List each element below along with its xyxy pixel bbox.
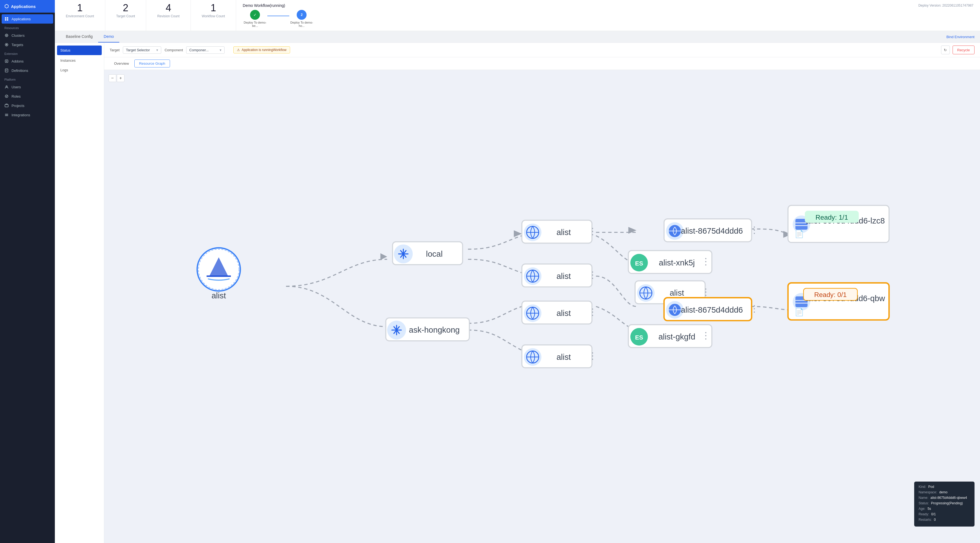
target-selector-value: Target Selector [126,48,150,52]
logo-label: Applications [11,4,36,9]
svg-text:alist: alist [556,352,571,361]
node-8675-bottom-menu[interactable]: ⋮ [750,303,759,314]
revision-count-value: 4 [165,2,171,14]
svg-text:alist: alist [556,272,571,280]
warning-icon: ⚠ [237,48,240,52]
zoom-in-button[interactable]: + [117,74,124,82]
environment-count-label: Environment Count [66,14,94,18]
clusters-label: Clusters [11,33,25,38]
environment-count-value: 1 [77,2,83,14]
sidebar-item-roles[interactable]: Roles [0,92,55,101]
sidebar-item-applications[interactable]: Applications [2,14,53,24]
target-filter-label: Target [110,48,119,52]
sidebar-logo[interactable]: ⬡ Applications [0,0,55,13]
left-panel-instances[interactable]: Instances [55,56,104,65]
tooltip-kind-label: Kind: [919,485,926,489]
left-panel-status[interactable]: Status [57,46,102,55]
left-panel-logs[interactable]: Logs [55,65,104,75]
definition-icon [5,68,9,73]
component-selector[interactable]: Componer... ▾ [186,46,224,54]
zoom-out-button[interactable]: − [108,74,116,82]
node-xnk5j-menu[interactable]: ⋮ [701,256,710,267]
node-alist-mid-menu[interactable]: ⋮ [588,269,597,280]
component-selector-value: Componer... [189,48,208,52]
environment-count-stat: 1 Environment Count [55,0,105,31]
tooltip-name-row: Name: alist-8675d4ddd6-qbww4 [919,496,970,500]
revision-count-label: Revision Count [157,14,179,18]
svg-point-5 [6,35,7,36]
component-selector-arrow: ▾ [220,48,221,52]
filter-bar: Target Target Selector ▾ Component Compo… [104,43,980,57]
tab-baseline-config[interactable]: Baseline Config [60,31,98,43]
tooltip-ready-value: 0/1 [931,512,936,516]
svg-rect-12 [5,105,8,107]
tooltip-name-value: alist-8675d4ddd6-qbww4 [931,496,967,500]
svg-text:ES: ES [635,334,643,341]
workflow-step-1: ✓ Deploy To demo-be... [243,10,267,27]
svg-rect-3 [7,19,8,21]
revision-count-stat: 4 Revision Count [146,0,191,31]
target-count-label: Target Count [116,14,135,18]
grid-icon [5,17,9,21]
project-icon [5,104,9,108]
node-8675-top-menu[interactable]: ⋮ [750,225,759,235]
tooltip-age-label: Age: [919,507,926,511]
subtab-resource-graph[interactable]: Resource Graph [134,59,170,67]
sidebar-item-projects[interactable]: Projects [0,101,55,110]
subtab-overview[interactable]: Overview [110,60,133,67]
workflow-count-stat: 1 Workflow Count [191,0,236,31]
left-panel: Status Instances Logs [55,43,104,543]
svg-text:alist: alist [556,309,571,318]
workflow-section: Demo Workflow(running) Deploy Version: 2… [236,0,980,31]
component-filter-label: Component [164,48,183,52]
definitions-label: Definitions [11,68,28,73]
workflow-count-value: 1 [211,2,216,14]
tooltip-age-value: 5s [928,507,931,511]
workflow-count-label: Workflow Count [202,14,225,18]
sidebar-item-users[interactable]: Users [0,82,55,92]
sidebar-item-integrations[interactable]: Integrations [0,110,55,119]
svg-text:📄: 📄 [795,229,804,238]
sidebar-item-targets[interactable]: Targets [0,40,55,49]
integrations-label: Integrations [11,113,30,117]
warning-text: Application is runningWorkflow [242,48,286,52]
recycle-button[interactable]: Recycle [953,46,975,54]
users-label: Users [11,85,21,89]
svg-text:Ready: 0/1: Ready: 0/1 [814,291,847,298]
node-alist-top-menu[interactable]: ⋮ [588,226,597,236]
top-row: 1 Environment Count 2 Target Count 4 Rev… [55,0,980,31]
sidebar-item-addons[interactable]: Addons [0,56,55,66]
node-alist-bottom-menu[interactable]: ⋮ [588,307,597,317]
bind-environment-link[interactable]: Bind Environment [946,35,975,39]
tooltip-restarts-label: Restarts: [919,518,932,522]
svg-text:local: local [426,249,443,258]
svg-rect-0 [5,17,6,19]
subtabs-row: Overview Resource Graph [104,57,980,70]
tooltip-kind-value: Pod [928,485,934,489]
action-buttons: ↻ Recycle [941,46,975,54]
tab-demo[interactable]: Demo [98,31,119,43]
svg-text:alist-xnk5j: alist-xnk5j [659,258,695,267]
target-selector[interactable]: Target Selector ▾ [123,46,161,54]
node-alist-main[interactable] [197,248,240,291]
tooltip-restarts-row: Restarts: 0 [919,518,970,522]
svg-text:alist-8675d4ddd6: alist-8675d4ddd6 [681,226,743,235]
node-alist-mid2-menu[interactable]: ⋮ [701,287,710,297]
user-icon [5,85,9,89]
node-alist-bottom2-menu[interactable]: ⋮ [588,350,597,361]
node-gkgfd-menu[interactable]: ⋮ [701,330,710,341]
graph-area: Target Target Selector ▾ Component Compo… [104,43,980,543]
platform-section-label: Platform [0,75,55,82]
workflow-steps: ✓ Deploy To demo-be... 2 Deploy To demo-… [243,10,974,27]
tooltip-ready-label: Ready: [919,512,929,516]
svg-text:Ready: 1/1: Ready: 1/1 [816,213,848,221]
cluster-icon [5,33,9,38]
tooltip-name-label: Name: [919,496,928,500]
extension-section-label: Extension [0,49,55,56]
refresh-button[interactable]: ↻ [941,46,950,54]
pod-tooltip: Kind: Pod Namespace: demo Name: alist-86… [914,482,975,527]
sidebar-item-clusters[interactable]: Clusters [0,31,55,40]
workflow-step1-icon: ✓ [250,10,260,20]
sidebar-item-definitions[interactable]: Definitions [0,66,55,75]
workflow-step2-icon: 2 [297,10,307,20]
